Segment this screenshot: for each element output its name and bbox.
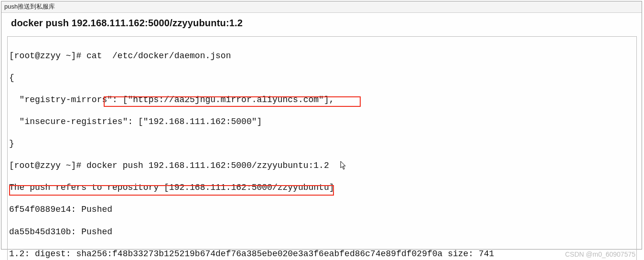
term-line: "registry-mirrors": ["https://aa25jngu.m… bbox=[9, 94, 635, 105]
watermark: CSDN @m0_60907575 bbox=[565, 250, 635, 258]
term-line: } bbox=[9, 138, 635, 149]
term-line: { bbox=[9, 73, 635, 83]
terminal-output: [root@zzyy ~]# cat /etc/docker/daemon.js… bbox=[7, 36, 637, 260]
content-area: docker push 192.168.111.162:5000/zzyyubu… bbox=[1, 13, 642, 260]
term-line: da55b45d310b: Pushed bbox=[9, 227, 635, 238]
term-line: "insecure-registries": ["192.168.111.162… bbox=[9, 116, 635, 127]
term-line: [root@zzyy ~]# docker push 192.168.111.1… bbox=[9, 160, 635, 171]
panel-header: push推送到私服库 bbox=[1, 1, 642, 13]
page-title: docker push 192.168.111.162:5000/zzyyubu… bbox=[6, 18, 638, 29]
term-line: The push refers to repository [192.168.1… bbox=[9, 182, 635, 193]
term-line: 6f54f0889e14: Pushed bbox=[9, 204, 635, 215]
term-line: [root@zzyy ~]# cat /etc/docker/daemon.js… bbox=[9, 51, 635, 62]
term-line: 1.2: digest: sha256:f48b33273b125219b674… bbox=[9, 249, 635, 260]
panel: push推送到私服库 docker push 192.168.111.162:5… bbox=[1, 1, 642, 250]
